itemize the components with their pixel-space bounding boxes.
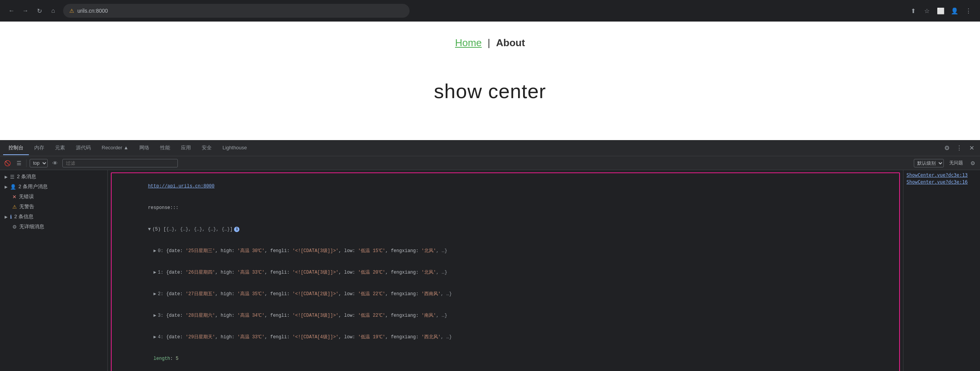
profile-button[interactable]: 👤 [949,5,960,16]
address-bar[interactable]: ⚠ urils.cn:8000 [63,4,410,18]
settings-button[interactable]: ⚙ [942,143,952,154]
browser-chrome: ← → ↻ ⌂ ⚠ urils.cn:8000 ⬆ ☆ ⬜ 👤 ⋮ [0,0,980,22]
info-messages-group[interactable]: ▶ ℹ 2 条信息 [0,212,107,222]
source-link-1[interactable]: ShowCenter.vue?dc3e:13 [906,172,977,179]
eye-button[interactable]: 👁 [51,159,59,167]
context-selector[interactable]: top [30,159,48,167]
user-messages-group[interactable]: ▶ 👤 2 条用户消息 [0,182,107,192]
browser-actions: ⬆ ☆ ⬜ 👤 ⋮ [908,5,974,16]
back-button[interactable]: ← [6,5,17,16]
console-content: http://api.urils.cn:8000 response::: ▼(5… [108,170,903,371]
tab-elements[interactable]: 元素 [50,141,70,155]
log-level-selector[interactable]: 默认级别 [914,159,944,167]
forward-button[interactable]: → [20,5,31,16]
response-text: response::: [148,205,178,211]
tab-console[interactable]: 控制台 [3,141,29,155]
user-icon: 👤 [10,184,16,190]
devtools-console-output[interactable]: http://api.urils.cn:8000 response::: ▼(5… [108,170,903,371]
api-url-link[interactable]: http://api.urils.cn:8000 [148,184,214,189]
no-warnings-group[interactable]: ⚠ 无警告 [0,202,107,212]
nav-separator: | [488,37,490,48]
source-link-2[interactable]: ShowCenter.vue?dc3e:16 [906,179,977,186]
no-verbose-label: 无详细消息 [19,223,44,230]
page-content: Home | About show center [0,22,980,140]
clear-console-button[interactable]: 🚫 [3,159,12,167]
item-2-line: ▶2: {date: '27日星期五', high: '高温 35℃', fen… [115,283,896,305]
tab-sources[interactable]: 源代码 [70,141,96,155]
more-options-button[interactable]: ⋮ [954,143,965,154]
messages-group[interactable]: ▶ ☰ 2 条消息 [0,172,107,182]
tab-security[interactable]: 安全 [196,141,217,155]
verbose-icon: ⚙ [12,224,17,230]
refresh-button[interactable]: ↻ [34,5,45,16]
toggle-sidebar-button[interactable]: ☰ [15,159,23,167]
devtools-main: ▶ ☰ 2 条消息 ▶ 👤 2 条用户消息 ✕ 无错误 ⚠ 无警告 ▶ ℹ [0,170,980,371]
tab-application[interactable]: 应用 [176,141,196,155]
tab-recorder[interactable]: Recorder ▲ [96,142,134,154]
array-header-line: ▼(5) [{…}, {…}, {…}, {…}, {…}]i [115,219,896,240]
settings-icon-button[interactable]: ⚙ [968,159,977,167]
devtools-panel: 控制台 内存 元素 源代码 Recorder ▲ 网络 性能 应用 安全 Lig… [0,140,980,371]
console-url-line: http://api.urils.cn:8000 [115,175,896,197]
info-messages-label: 2 条信息 [14,213,33,220]
devtools-left-panel: ▶ ☰ 2 条消息 ▶ 👤 2 条用户消息 ✕ 无错误 ⚠ 无警告 ▶ ℹ [0,170,108,371]
item0-arrow[interactable]: ▶ [154,248,156,254]
item3-arrow[interactable]: ▶ [154,313,156,318]
home-button[interactable]: ⌂ [48,5,59,16]
devtools-sources-panel: ShowCenter.vue?dc3e:13 ShowCenter.vue?dc… [903,170,980,371]
tab-network[interactable]: 网络 [134,141,155,155]
array-preview: (5) [{…}, {…}, {…}, {…}, {…}] [152,227,233,232]
issues-button[interactable]: 无问题 [947,159,965,167]
toolbar-divider [26,159,27,167]
item-1-line: ▶1: {date: '26日星期四', high: '高温 33℃', fen… [115,262,896,283]
home-link[interactable]: Home [455,37,482,48]
devtools-toolbar: 🚫 ☰ top 👁 默认级别 无问题 ⚙ [0,156,980,170]
page-nav: Home | About [455,37,525,49]
bookmark-button[interactable]: ☆ [921,5,932,16]
filter-input[interactable] [62,159,178,167]
tab-button[interactable]: ⬜ [935,5,946,16]
close-devtools-button[interactable]: ✕ [966,143,977,154]
no-verbose-group[interactable]: ⚙ 无详细消息 [0,222,107,232]
tab-memory[interactable]: 内存 [29,141,50,155]
item-0-line: ▶0: {date: '25日星期三', high: '高温 30℃', fen… [115,240,896,262]
expand-icon: ▶ [5,215,8,219]
tab-lighthouse[interactable]: Lighthouse [217,142,253,154]
user-messages-label: 2 条用户消息 [18,183,48,190]
share-button[interactable]: ⬆ [908,5,918,16]
url-display: urils.cn:8000 [77,8,108,14]
list-icon: ☰ [10,174,15,180]
expand-icon: ▶ [5,175,8,179]
array-collapse-arrow[interactable]: ▼ [148,227,151,232]
item-4-line: ▶4: {date: '29日星期天', high: '高温 33℃', fen… [115,326,896,348]
response-label-line: response::: [115,197,896,219]
item-3-line: ▶3: {date: '28日星期六', high: '高温 34℃', fen… [115,305,896,326]
nav-buttons: ← → ↻ ⌂ [6,5,59,16]
devtools-tabs: 控制台 内存 元素 源代码 Recorder ▲ 网络 性能 应用 安全 Lig… [0,140,980,156]
item4-arrow[interactable]: ▶ [154,334,156,340]
prototype-line: ▶[[Prototype]]: Array(0) [115,369,896,371]
no-errors-label: 无错误 [19,193,34,200]
expand-icon: ▶ [5,185,8,189]
warning-icon: ⚠ [12,204,17,210]
more-button[interactable]: ⋮ [963,5,974,16]
error-icon: ✕ [12,194,17,200]
no-warnings-label: 无警告 [19,203,34,210]
devtools-tab-actions: ⚙ ⋮ ✕ [942,143,977,154]
item1-arrow[interactable]: ▶ [154,270,156,275]
page-title: show center [434,80,546,103]
console-highlight-box: http://api.urils.cn:8000 response::: ▼(5… [111,172,900,371]
security-warning-icon: ⚠ [69,8,74,14]
length-line: length: 5 [115,348,896,369]
info-badge: i [234,227,239,232]
no-errors-group[interactable]: ✕ 无错误 [0,192,107,202]
item2-arrow[interactable]: ▶ [154,291,156,297]
info-icon: ℹ [10,214,12,220]
tab-performance[interactable]: 性能 [155,141,176,155]
about-link[interactable]: About [496,37,525,48]
messages-label: 2 条消息 [17,173,36,180]
